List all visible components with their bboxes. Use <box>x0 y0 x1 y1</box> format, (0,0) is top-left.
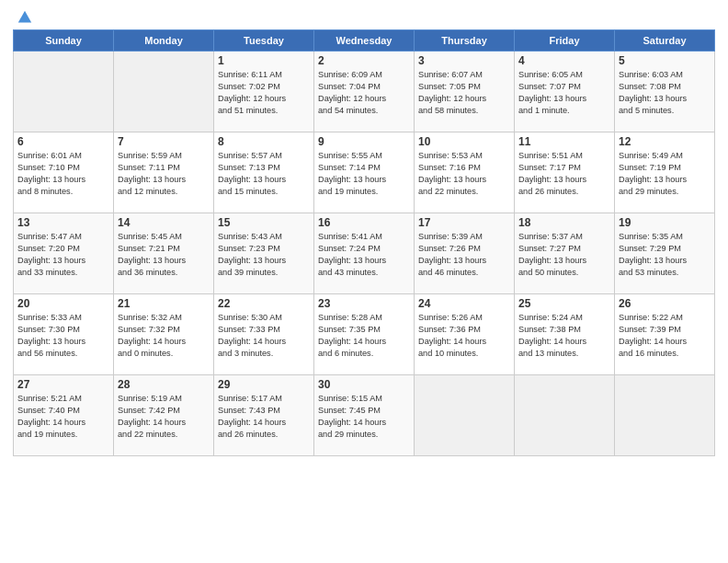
day-number: 11 <box>518 135 610 148</box>
day-number: 4 <box>518 54 610 67</box>
day-info: Sunrise: 5:32 AM Sunset: 7:32 PM Dayligh… <box>118 312 210 360</box>
calendar-cell: 11Sunrise: 5:51 AM Sunset: 7:17 PM Dayli… <box>515 132 615 213</box>
day-info: Sunrise: 6:03 AM Sunset: 7:08 PM Dayligh… <box>619 69 711 117</box>
calendar-cell: 20Sunrise: 5:33 AM Sunset: 7:30 PM Dayli… <box>14 294 114 375</box>
calendar-cell: 24Sunrise: 5:26 AM Sunset: 7:36 PM Dayli… <box>415 294 515 375</box>
day-number: 13 <box>17 216 109 229</box>
calendar-cell <box>14 52 114 132</box>
day-info: Sunrise: 5:17 AM Sunset: 7:43 PM Dayligh… <box>218 393 310 441</box>
day-info: Sunrise: 5:57 AM Sunset: 7:13 PM Dayligh… <box>218 150 310 198</box>
calendar-cell: 7Sunrise: 5:59 AM Sunset: 7:11 PM Daylig… <box>114 132 214 213</box>
day-number: 25 <box>518 297 610 310</box>
weekday-header-tuesday: Tuesday <box>214 30 314 52</box>
day-info: Sunrise: 5:19 AM Sunset: 7:42 PM Dayligh… <box>118 393 210 441</box>
calendar-cell: 23Sunrise: 5:28 AM Sunset: 7:35 PM Dayli… <box>314 294 415 375</box>
day-number: 21 <box>118 297 210 310</box>
day-number: 20 <box>17 297 109 310</box>
calendar-cell <box>615 375 715 456</box>
calendar-cell <box>415 375 515 456</box>
day-info: Sunrise: 5:39 AM Sunset: 7:26 PM Dayligh… <box>418 231 510 279</box>
day-number: 16 <box>318 216 410 229</box>
day-info: Sunrise: 5:55 AM Sunset: 7:14 PM Dayligh… <box>318 150 410 198</box>
calendar-cell: 15Sunrise: 5:43 AM Sunset: 7:23 PM Dayli… <box>214 213 314 294</box>
day-number: 7 <box>118 135 210 148</box>
day-info: Sunrise: 6:07 AM Sunset: 7:05 PM Dayligh… <box>418 69 510 117</box>
calendar-cell: 8Sunrise: 5:57 AM Sunset: 7:13 PM Daylig… <box>214 132 314 213</box>
weekday-header-thursday: Thursday <box>415 30 515 52</box>
day-info: Sunrise: 5:49 AM Sunset: 7:19 PM Dayligh… <box>619 150 711 198</box>
calendar-cell <box>114 52 214 132</box>
day-info: Sunrise: 6:05 AM Sunset: 7:07 PM Dayligh… <box>518 69 610 117</box>
weekday-header-sunday: Sunday <box>14 30 114 52</box>
calendar-cell: 19Sunrise: 5:35 AM Sunset: 7:29 PM Dayli… <box>615 213 715 294</box>
logo <box>13 9 37 26</box>
logo-icon <box>17 9 33 26</box>
day-number: 26 <box>619 297 711 310</box>
day-number: 29 <box>218 378 310 391</box>
day-number: 2 <box>318 54 410 67</box>
calendar-cell: 13Sunrise: 5:47 AM Sunset: 7:20 PM Dayli… <box>14 213 114 294</box>
day-info: Sunrise: 5:30 AM Sunset: 7:33 PM Dayligh… <box>218 312 310 360</box>
calendar-cell: 9Sunrise: 5:55 AM Sunset: 7:14 PM Daylig… <box>314 132 415 213</box>
calendar-cell: 27Sunrise: 5:21 AM Sunset: 7:40 PM Dayli… <box>14 375 114 456</box>
week-row-4: 20Sunrise: 5:33 AM Sunset: 7:30 PM Dayli… <box>14 294 715 375</box>
calendar-cell: 28Sunrise: 5:19 AM Sunset: 7:42 PM Dayli… <box>114 375 214 456</box>
weekday-header-saturday: Saturday <box>615 30 715 52</box>
calendar-cell: 17Sunrise: 5:39 AM Sunset: 7:26 PM Dayli… <box>415 213 515 294</box>
day-number: 23 <box>318 297 410 310</box>
day-info: Sunrise: 5:59 AM Sunset: 7:11 PM Dayligh… <box>118 150 210 198</box>
day-info: Sunrise: 5:28 AM Sunset: 7:35 PM Dayligh… <box>318 312 410 360</box>
day-info: Sunrise: 5:35 AM Sunset: 7:29 PM Dayligh… <box>619 231 711 279</box>
day-number: 12 <box>619 135 711 148</box>
weekday-header-wednesday: Wednesday <box>314 30 415 52</box>
week-row-1: 1Sunrise: 6:11 AM Sunset: 7:02 PM Daylig… <box>14 52 715 132</box>
week-row-5: 27Sunrise: 5:21 AM Sunset: 7:40 PM Dayli… <box>14 375 715 456</box>
weekday-header-monday: Monday <box>114 30 214 52</box>
weekday-header-row: SundayMondayTuesdayWednesdayThursdayFrid… <box>14 30 715 52</box>
day-info: Sunrise: 6:11 AM Sunset: 7:02 PM Dayligh… <box>218 69 310 117</box>
week-row-3: 13Sunrise: 5:47 AM Sunset: 7:20 PM Dayli… <box>14 213 715 294</box>
calendar-body: 1Sunrise: 6:11 AM Sunset: 7:02 PM Daylig… <box>14 52 715 456</box>
day-number: 18 <box>518 216 610 229</box>
day-info: Sunrise: 5:45 AM Sunset: 7:21 PM Dayligh… <box>118 231 210 279</box>
day-info: Sunrise: 5:21 AM Sunset: 7:40 PM Dayligh… <box>17 393 109 441</box>
calendar-cell <box>515 375 615 456</box>
calendar-cell: 12Sunrise: 5:49 AM Sunset: 7:19 PM Dayli… <box>615 132 715 213</box>
day-info: Sunrise: 5:24 AM Sunset: 7:38 PM Dayligh… <box>518 312 610 360</box>
calendar-cell: 3Sunrise: 6:07 AM Sunset: 7:05 PM Daylig… <box>415 52 515 132</box>
day-info: Sunrise: 5:26 AM Sunset: 7:36 PM Dayligh… <box>418 312 510 360</box>
day-number: 27 <box>17 378 109 391</box>
day-info: Sunrise: 5:53 AM Sunset: 7:16 PM Dayligh… <box>418 150 510 198</box>
day-info: Sunrise: 5:22 AM Sunset: 7:39 PM Dayligh… <box>619 312 711 360</box>
day-info: Sunrise: 5:51 AM Sunset: 7:17 PM Dayligh… <box>518 150 610 198</box>
day-number: 24 <box>418 297 510 310</box>
calendar-cell: 30Sunrise: 5:15 AM Sunset: 7:45 PM Dayli… <box>314 375 415 456</box>
day-number: 6 <box>17 135 109 148</box>
calendar-cell: 6Sunrise: 6:01 AM Sunset: 7:10 PM Daylig… <box>14 132 114 213</box>
day-info: Sunrise: 5:33 AM Sunset: 7:30 PM Dayligh… <box>17 312 109 360</box>
day-number: 5 <box>619 54 711 67</box>
calendar-cell: 2Sunrise: 6:09 AM Sunset: 7:04 PM Daylig… <box>314 52 415 132</box>
svg-marker-0 <box>18 11 31 23</box>
calendar-cell: 18Sunrise: 5:37 AM Sunset: 7:27 PM Dayli… <box>515 213 615 294</box>
calendar-cell: 1Sunrise: 6:11 AM Sunset: 7:02 PM Daylig… <box>214 52 314 132</box>
calendar-cell: 29Sunrise: 5:17 AM Sunset: 7:43 PM Dayli… <box>214 375 314 456</box>
day-number: 19 <box>619 216 711 229</box>
calendar-cell: 10Sunrise: 5:53 AM Sunset: 7:16 PM Dayli… <box>415 132 515 213</box>
calendar-cell: 14Sunrise: 5:45 AM Sunset: 7:21 PM Dayli… <box>114 213 214 294</box>
day-number: 22 <box>218 297 310 310</box>
day-number: 30 <box>318 378 410 391</box>
day-number: 9 <box>318 135 410 148</box>
calendar-cell: 16Sunrise: 5:41 AM Sunset: 7:24 PM Dayli… <box>314 213 415 294</box>
header <box>13 9 715 26</box>
day-number: 28 <box>118 378 210 391</box>
calendar-cell: 22Sunrise: 5:30 AM Sunset: 7:33 PM Dayli… <box>214 294 314 375</box>
week-row-2: 6Sunrise: 6:01 AM Sunset: 7:10 PM Daylig… <box>14 132 715 213</box>
day-number: 8 <box>218 135 310 148</box>
day-info: Sunrise: 5:43 AM Sunset: 7:23 PM Dayligh… <box>218 231 310 279</box>
day-number: 17 <box>418 216 510 229</box>
day-number: 3 <box>418 54 510 67</box>
day-number: 14 <box>118 216 210 229</box>
day-info: Sunrise: 5:47 AM Sunset: 7:20 PM Dayligh… <box>17 231 109 279</box>
calendar-cell: 4Sunrise: 6:05 AM Sunset: 7:07 PM Daylig… <box>515 52 615 132</box>
